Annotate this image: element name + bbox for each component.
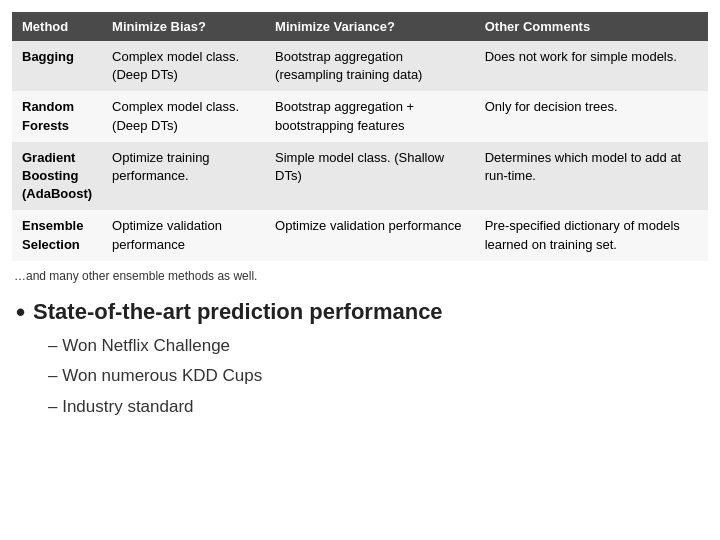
sub-list-item: Won Netflix Challenge bbox=[48, 331, 708, 362]
cell-other-comments: Determines which model to add at run-tim… bbox=[475, 142, 708, 211]
col-header-minimize-bias: Minimize Bias? bbox=[102, 12, 265, 41]
table-row: EnsembleSelectionOptimize validation per… bbox=[12, 210, 708, 260]
table-row: BaggingComplex model class. (Deep DTs)Bo… bbox=[12, 41, 708, 91]
cell-minimize-bias: Optimize validation performance bbox=[102, 210, 265, 260]
cell-method: GradientBoosting(AdaBoost) bbox=[12, 142, 102, 211]
sub-list: Won Netflix ChallengeWon numerous KDD Cu… bbox=[16, 331, 708, 423]
table-header-row: Method Minimize Bias? Minimize Variance?… bbox=[12, 12, 708, 41]
cell-minimize-variance: Bootstrap aggregation + bootstrapping fe… bbox=[265, 91, 475, 141]
bullet-section: • State-of-the-art prediction performanc… bbox=[16, 299, 708, 423]
col-header-method: Method bbox=[12, 12, 102, 41]
comparison-table: Method Minimize Bias? Minimize Variance?… bbox=[12, 12, 708, 261]
sub-list-item: Industry standard bbox=[48, 392, 708, 423]
cell-method: EnsembleSelection bbox=[12, 210, 102, 260]
cell-minimize-bias: Complex model class. (Deep DTs) bbox=[102, 91, 265, 141]
cell-minimize-bias: Complex model class. (Deep DTs) bbox=[102, 41, 265, 91]
footer-note: …and many other ensemble methods as well… bbox=[14, 269, 708, 283]
sub-list-item: Won numerous KDD Cups bbox=[48, 361, 708, 392]
cell-minimize-variance: Optimize validation performance bbox=[265, 210, 475, 260]
cell-other-comments: Does not work for simple models. bbox=[475, 41, 708, 91]
cell-method: Bagging bbox=[12, 41, 102, 91]
col-header-other-comments: Other Comments bbox=[475, 12, 708, 41]
cell-other-comments: Pre-specified dictionary of models learn… bbox=[475, 210, 708, 260]
bullet-main: • State-of-the-art prediction performanc… bbox=[16, 299, 708, 325]
cell-method: RandomForests bbox=[12, 91, 102, 141]
table-row: RandomForestsComplex model class. (Deep … bbox=[12, 91, 708, 141]
cell-minimize-bias: Optimize training performance. bbox=[102, 142, 265, 211]
cell-minimize-variance: Bootstrap aggregation (resampling traini… bbox=[265, 41, 475, 91]
cell-minimize-variance: Simple model class. (Shallow DTs) bbox=[265, 142, 475, 211]
bullet-main-text: State-of-the-art prediction performance bbox=[33, 299, 443, 325]
col-header-minimize-variance: Minimize Variance? bbox=[265, 12, 475, 41]
bullet-dot: • bbox=[16, 299, 25, 325]
table-row: GradientBoosting(AdaBoost)Optimize train… bbox=[12, 142, 708, 211]
cell-other-comments: Only for decision trees. bbox=[475, 91, 708, 141]
